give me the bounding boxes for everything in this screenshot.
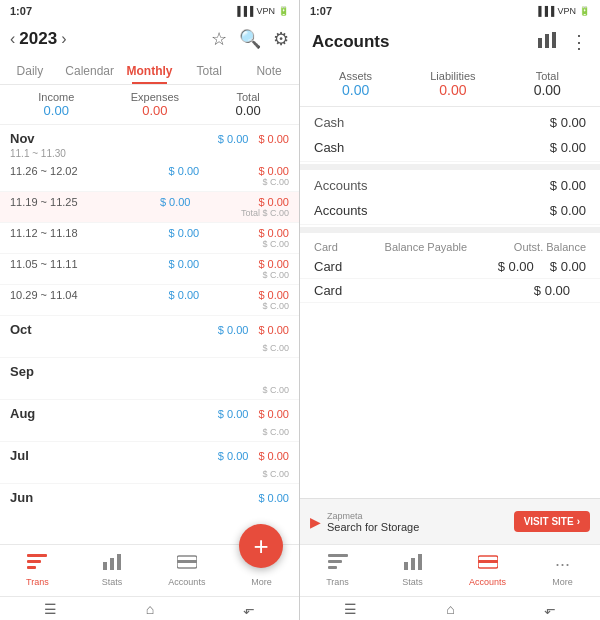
card-item-1[interactable]: Card $ 0.00 $ 0.00	[300, 255, 600, 279]
week-row[interactable]: $ C.00	[0, 339, 299, 358]
nav-more-right[interactable]: ··· More	[525, 545, 600, 596]
svg-rect-15	[411, 558, 415, 570]
svg-rect-10	[552, 32, 556, 48]
summary-income: Income 0.00	[38, 91, 74, 118]
cash-section-name: Cash	[314, 115, 344, 130]
tab-note[interactable]: Note	[239, 58, 299, 84]
liabilities-value: 0.00	[430, 82, 475, 98]
accounts-list: Cash $ 0.00 Cash $ 0.00 Accounts $ 0.00 …	[300, 107, 600, 498]
status-bar-left: 1:07 ▐▐▐ VPN 🔋	[0, 0, 299, 20]
nav-trans[interactable]: Trans	[0, 545, 75, 596]
total-summary: Total 0.00	[534, 70, 561, 98]
back-button[interactable]: ⬐	[243, 601, 255, 617]
nav-accounts-right[interactable]: Accounts	[450, 545, 525, 596]
month-name-aug: Aug	[10, 406, 35, 421]
accounts-section-header[interactable]: Accounts $ 0.00	[300, 170, 600, 197]
chart-icon[interactable]	[538, 32, 556, 53]
nov-expense: $ 0.00	[258, 133, 289, 145]
header-left: ‹ 2023 › ☆ 🔍 ⚙	[0, 20, 299, 58]
expenses-label: Expenses	[131, 91, 179, 103]
next-year-button[interactable]: ›	[61, 30, 66, 48]
svg-rect-9	[545, 34, 549, 48]
svg-rect-8	[538, 38, 542, 48]
jun-income: $ 0.00	[258, 492, 289, 504]
week-row[interactable]: $ C.00	[0, 423, 299, 442]
week-income: $ 0.00	[149, 165, 199, 177]
tab-daily[interactable]: Daily	[0, 58, 60, 84]
week-row[interactable]: $ C.00	[0, 465, 299, 484]
star-icon[interactable]: ☆	[211, 28, 227, 50]
tab-monthly[interactable]: Monthly	[120, 58, 180, 84]
week-row[interactable]: 11.05 ~ 11.11 $ 0.00 $ 0.00 $ C.00	[0, 254, 299, 285]
home-button[interactable]: ⌂	[146, 601, 154, 617]
tab-total[interactable]: Total	[179, 58, 239, 84]
week-sub: $ C.00	[258, 270, 289, 280]
card-name-2: Card	[314, 283, 342, 298]
svg-rect-12	[328, 560, 342, 563]
home-button-r[interactable]: ⌂	[446, 601, 454, 617]
accounts-section-total: $ 0.00	[550, 178, 586, 193]
svg-rect-2	[27, 566, 36, 569]
svg-rect-4	[110, 558, 114, 570]
accounts-section: Accounts $ 0.00 Accounts $ 0.00	[300, 170, 600, 225]
week-label: 11.19 ~ 11.25	[10, 196, 90, 208]
accounts-item-name: Accounts	[314, 203, 367, 218]
cash-item-value: $ 0.00	[550, 140, 586, 155]
nav-accounts[interactable]: Accounts	[150, 545, 225, 596]
week-label: 11.26 ~ 12.02	[10, 165, 90, 177]
back-button-r[interactable]: ⬐	[544, 601, 556, 617]
month-name-oct: Oct	[10, 322, 32, 337]
card-item-2[interactable]: Card $ 0.00	[300, 279, 600, 303]
nav-stats-label-r: Stats	[402, 577, 423, 587]
nov-date-sub: 11.1 ~ 11.30	[0, 148, 299, 161]
ad-text: Search for Storage	[327, 521, 419, 533]
svg-rect-1	[27, 560, 41, 563]
svg-rect-13	[328, 566, 337, 569]
nav-trans-label: Trans	[26, 577, 49, 587]
nav-trans-label-r: Trans	[326, 577, 349, 587]
card-name-1: Card	[314, 259, 342, 274]
week-row[interactable]: $ C.00	[0, 381, 299, 400]
assets-summary: Assets 0.00	[339, 70, 372, 98]
week-row[interactable]: 11.26 ~ 12.02 $ 0.00 $ 0.00 $ C.00	[0, 161, 299, 192]
week-row[interactable]: 11.19 ~ 11.25 $ 0.00 $ 0.00 Total $ C.00	[0, 192, 299, 223]
add-transaction-button[interactable]: +	[239, 524, 283, 568]
card-section-header[interactable]: Card Balance Payable Outst. Balance	[300, 233, 600, 255]
week-expense: $ 0.00	[258, 165, 289, 177]
cash-section-header[interactable]: Cash $ 0.00	[300, 107, 600, 134]
cash-item[interactable]: Cash $ 0.00	[300, 134, 600, 162]
svg-rect-18	[478, 560, 498, 563]
month-name-sep: Sep	[10, 364, 34, 379]
search-icon[interactable]: 🔍	[239, 28, 261, 50]
ad-banner[interactable]: ▶ Zapmeta Search for Storage VISIT SITE …	[300, 498, 600, 544]
month-name-nov: Nov	[10, 131, 35, 146]
nav-stats[interactable]: Stats	[75, 545, 150, 596]
trans-icon	[27, 554, 47, 575]
menu-button[interactable]: ☰	[44, 601, 57, 617]
week-income: $ 0.00	[149, 258, 199, 270]
week-income: $ 0.00	[149, 289, 199, 301]
ad-cta-button[interactable]: VISIT SITE ›	[514, 511, 590, 532]
filter-icon[interactable]: ⚙	[273, 28, 289, 50]
week-sub: $ C.00	[258, 177, 289, 187]
month-name-jul: Jul	[10, 448, 29, 463]
cash-section: Cash $ 0.00 Cash $ 0.00	[300, 107, 600, 162]
week-row[interactable]: 10.29 ~ 11.04 $ 0.00 $ 0.00 $ C.00	[0, 285, 299, 316]
prev-year-button[interactable]: ‹	[10, 30, 15, 48]
oct-expense: $ 0.00	[258, 324, 289, 336]
nav-trans-right[interactable]: Trans	[300, 545, 375, 596]
week-row[interactable]: 11.12 ~ 11.18 $ 0.00 $ 0.00 $ C.00	[0, 223, 299, 254]
assets-value: 0.00	[339, 82, 372, 98]
time-right: 1:07	[310, 5, 332, 17]
accounts-item-value: $ 0.00	[550, 203, 586, 218]
signal-icon-r: ▐▐▐	[535, 6, 554, 16]
tab-calendar[interactable]: Calendar	[60, 58, 120, 84]
accounts-item[interactable]: Accounts $ 0.00	[300, 197, 600, 225]
nav-stats-right[interactable]: Stats	[375, 545, 450, 596]
more-icon-right[interactable]: ⋮	[570, 31, 588, 53]
month-jul: Jul $ 0.00 $ 0.00 $ C.00	[0, 442, 299, 484]
summary-expenses: Expenses 0.00	[131, 91, 179, 118]
ad-cta-label: VISIT SITE	[524, 516, 574, 527]
menu-button-r[interactable]: ☰	[344, 601, 357, 617]
month-header-sep: Sep	[0, 358, 299, 381]
